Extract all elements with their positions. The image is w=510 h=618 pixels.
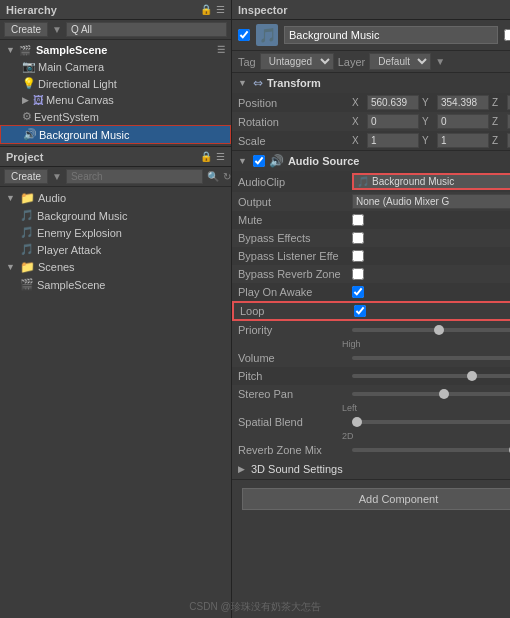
audio-file-icon: 🎵 — [20, 209, 34, 222]
add-component-button[interactable]: Add Component — [242, 488, 510, 510]
layer-label: Layer — [338, 56, 366, 68]
stereopan-slider[interactable] — [352, 392, 510, 396]
audio-folder-label: Audio — [38, 192, 66, 204]
rotation-x[interactable] — [367, 114, 419, 129]
loop-checkbox[interactable] — [354, 305, 366, 317]
audiosource-component: ▼ 🔊 Audio Source ⚙ AudioClip 🎵 Backgroun… — [232, 151, 510, 480]
pitch-slider[interactable] — [352, 374, 510, 378]
hierarchy-create-button[interactable]: Create — [4, 22, 48, 37]
scenes-folder-label: Scenes — [38, 261, 75, 273]
tag-dropdown[interactable]: Untagged — [260, 53, 334, 70]
hierarchy-item-menucanvas[interactable]: ▶ 🖼 Menu Canvas — [0, 92, 231, 108]
project-item-samplescene[interactable]: 🎬 SampleScene — [0, 276, 231, 293]
scale-label: Scale — [238, 135, 348, 147]
audioclip-field[interactable]: 🎵 Background Music — [352, 173, 510, 190]
priority-label: Priority — [238, 324, 348, 336]
search-icon: 🔍 — [207, 171, 219, 182]
project-item-label: SampleScene — [37, 279, 106, 291]
transform-component: ▼ ⇔ Transform ⚙ Position X Y Z — [232, 73, 510, 151]
scale-y[interactable] — [437, 133, 489, 148]
stereopan-row: Stereo Pan 0 — [232, 385, 510, 403]
static-checkbox[interactable] — [504, 29, 510, 41]
blend-labels: 2D 3D — [232, 431, 510, 441]
reverbmix-slider[interactable] — [352, 448, 510, 452]
audiosource-arrow-icon: ▼ — [238, 156, 247, 166]
scene-menu-icon: ☰ — [217, 45, 225, 55]
mute-checkbox[interactable] — [352, 214, 364, 226]
blend-2d-label: 2D — [342, 431, 354, 441]
audioclip-value: Background Music — [372, 176, 454, 187]
bypassreverb-checkbox[interactable] — [352, 268, 364, 280]
hierarchy-item-label: Directional Light — [38, 78, 117, 90]
bypasslistener-label: Bypass Listener Effe — [238, 250, 348, 262]
volume-slider[interactable] — [352, 356, 510, 360]
spatialblend-slider[interactable] — [352, 420, 510, 424]
reverbmix-slider-container: 1 — [352, 445, 510, 456]
hierarchy-item-maincamera[interactable]: 📷 Main Camera — [0, 58, 231, 75]
bypasslistener-checkbox[interactable] — [352, 250, 364, 262]
loop-label: Loop — [240, 305, 350, 317]
priority-high-label: High — [342, 339, 361, 349]
hierarchy-item-backgroundmusic[interactable]: 🔊 Background Music — [0, 125, 231, 144]
audiosource-header[interactable]: ▼ 🔊 Audio Source ⚙ — [232, 151, 510, 171]
audiosource-title: Audio Source — [288, 155, 510, 167]
sound3d-header[interactable]: ▶ 3D Sound Settings — [232, 459, 510, 479]
hierarchy-item-label: Menu Canvas — [46, 94, 114, 106]
stereopan-section: Stereo Pan 0 Left Right — [232, 385, 510, 413]
scene-file-icon: 🎬 — [20, 278, 34, 291]
rotation-row: Rotation X Y Z — [232, 112, 510, 131]
hierarchy-item-directionallight[interactable]: 💡 Directional Light — [0, 75, 231, 92]
position-label: Position — [238, 97, 348, 109]
transform-arrow-icon: ▼ — [238, 78, 247, 88]
menu-icon: ☰ — [216, 4, 225, 15]
hierarchy-item-eventsystem[interactable]: ⚙ EventSystem — [0, 108, 231, 125]
audiosource-enabled-checkbox[interactable] — [253, 155, 265, 167]
project-item-playerattack[interactable]: 🎵 Player Attack — [0, 241, 231, 258]
playonawake-checkbox[interactable] — [352, 286, 364, 298]
priority-section: Priority 128 High Low — [232, 321, 510, 349]
pitch-row: Pitch 1 — [232, 367, 510, 385]
volume-row: Volume 1 — [232, 349, 510, 367]
scene-icon: 🎬 — [19, 45, 31, 56]
project-folder-audio[interactable]: ▼ 📁 Audio — [0, 189, 231, 207]
object-active-checkbox[interactable] — [238, 29, 250, 41]
project-search-input[interactable] — [66, 169, 203, 184]
transform-title: Transform — [267, 77, 510, 89]
audio-file-icon3: 🎵 — [20, 243, 34, 256]
position-x[interactable] — [367, 95, 419, 110]
scene-name: SampleScene — [36, 44, 108, 56]
project-item-backgroundmusic[interactable]: 🎵 Background Music — [0, 207, 231, 224]
bypassreverb-row: Bypass Reverb Zone — [232, 265, 510, 283]
scale-row: Scale X Y Z — [232, 131, 510, 150]
priority-slider-container: 128 — [352, 325, 510, 336]
object-name-field[interactable]: Background Music — [284, 26, 498, 44]
project-folder-scenes[interactable]: ▼ 📁 Scenes — [0, 258, 231, 276]
layer-dropdown[interactable]: Default — [369, 53, 431, 70]
hierarchy-toolbar: Create ▼ — [0, 20, 231, 40]
light-icon: 💡 — [22, 77, 36, 90]
project-item-enemyexplosion[interactable]: 🎵 Enemy Explosion — [0, 224, 231, 241]
output-field[interactable]: None (Audio Mixer G — [352, 194, 510, 209]
project-item-label: Enemy Explosion — [37, 227, 122, 239]
scenes-folder-arrow: ▼ — [6, 262, 15, 272]
hierarchy-scene[interactable]: ▼ 🎬 SampleScene ☰ — [0, 42, 231, 58]
object-header: 🎵 Background Music Static ▼ — [232, 20, 510, 51]
priority-row: Priority 128 — [232, 321, 510, 339]
scale-x[interactable] — [367, 133, 419, 148]
position-xyz: X Y Z — [352, 95, 510, 110]
spatialblend-slider-container: 0 — [352, 417, 510, 428]
position-y[interactable] — [437, 95, 489, 110]
bypasseffects-checkbox[interactable] — [352, 232, 364, 244]
reverbmix-label: Reverb Zone Mix — [238, 444, 348, 456]
inspector-title: Inspector — [238, 4, 288, 16]
transform-header[interactable]: ▼ ⇔ Transform ⚙ — [232, 73, 510, 93]
inspector-panel: Inspector 🔒 ☰ 🎵 Background Music Static … — [232, 0, 510, 618]
hierarchy-panel: Hierarchy 🔒 ☰ Create ▼ ▼ 🎬 SampleScene ☰ — [0, 0, 231, 147]
rotation-y[interactable] — [437, 114, 489, 129]
eventsystem-icon: ⚙ — [22, 110, 32, 123]
hierarchy-search-input[interactable] — [66, 22, 227, 37]
project-create-button[interactable]: Create — [4, 169, 48, 184]
volume-slider-container: 1 — [352, 353, 510, 364]
priority-slider[interactable] — [352, 328, 510, 332]
stereo-left-label: Left — [342, 403, 357, 413]
